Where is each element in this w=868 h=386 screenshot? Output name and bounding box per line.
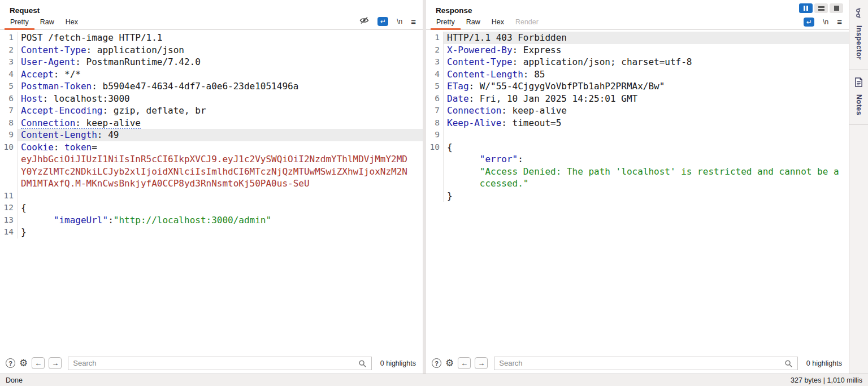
code-line[interactable]: 10{ xyxy=(426,141,849,154)
request-search-input[interactable] xyxy=(68,359,371,367)
rows-layout-icon[interactable] xyxy=(814,3,828,13)
line-content: ccessed." xyxy=(444,177,849,190)
line-content: Postman-Token: b5904e47-4634-4df7-a0e6-2… xyxy=(18,80,423,93)
soft-wrap-icon[interactable]: ↵ xyxy=(377,17,388,26)
code-segment: Accept xyxy=(21,69,54,80)
code-segment: } xyxy=(21,227,27,237)
code-line[interactable]: 5ETag: W/"55-4CjgygVoVbfPTb1ahP2PRMAx/Bw… xyxy=(426,80,849,93)
code-line[interactable]: 2X-Powered-By: Express xyxy=(426,44,849,57)
code-line[interactable]: 8Keep-Alive: timeout=5 xyxy=(426,117,849,129)
sidebar-item-notes[interactable]: Notes xyxy=(849,70,868,125)
line-content: } xyxy=(18,226,423,238)
code-segment: "error" xyxy=(480,154,518,164)
code-line[interactable]: 7Connection: keep-alive xyxy=(426,105,849,117)
sidebar-item-inspector[interactable]: Inspector xyxy=(849,0,868,70)
code-segment: = xyxy=(92,142,97,153)
code-line[interactable]: 13 "imageUrl":"http://localhost:3000/adm… xyxy=(0,214,423,227)
code-line[interactable]: 7Accept-Encoding: gzip, deflate, br xyxy=(0,105,423,117)
code-line[interactable]: 12{ xyxy=(0,202,423,214)
code-line[interactable]: DM1MTAxfQ.M-MKnCwsBnkjyfA0CCP8yd3RnNsmto… xyxy=(0,177,423,190)
code-line[interactable]: 4Accept: */* xyxy=(0,68,423,81)
code-line[interactable]: 9 xyxy=(426,129,849,141)
line-number: 3 xyxy=(426,56,444,68)
gear-icon[interactable]: ⚙ xyxy=(445,358,454,368)
code-segment: : application/json xyxy=(86,45,184,55)
single-layout-icon[interactable] xyxy=(830,3,843,13)
line-content: "imageUrl":"http://localhost:3000/admin" xyxy=(18,214,423,227)
line-number: 10 xyxy=(426,141,444,154)
line-content: Connection: keep-alive xyxy=(444,105,849,117)
menu-icon[interactable]: ≡ xyxy=(411,17,416,27)
code-line[interactable]: 3Content-Type: application/json; charset… xyxy=(426,56,849,68)
code-line[interactable]: "Access Denied: The path 'localhost' is … xyxy=(426,166,849,178)
columns-layout-icon[interactable] xyxy=(799,3,813,13)
code-line[interactable]: 9Content-Length: 49 xyxy=(0,129,423,141)
tab-request-pretty[interactable]: Pretty xyxy=(5,16,34,29)
code-line[interactable]: 4Content-Length: 85 xyxy=(426,68,849,81)
response-search-field xyxy=(494,357,798,370)
sidebar-item-label: Inspector xyxy=(855,25,863,60)
code-line[interactable]: 1POST /fetch-image HTTP/1.1 xyxy=(0,32,423,44)
line-content: Content-Type: application/json; charset=… xyxy=(444,56,849,68)
response-metrics: 327 bytes | 1,010 millis xyxy=(791,376,862,384)
code-segment: Host xyxy=(21,93,43,104)
code-line[interactable]: 8Connection: keep-alive xyxy=(0,117,423,129)
code-line[interactable]: } xyxy=(426,190,849,202)
next-match-button[interactable]: → xyxy=(475,357,488,369)
line-content: Content-Length: 49 xyxy=(18,129,423,141)
response-search-input[interactable] xyxy=(494,359,797,367)
line-number xyxy=(0,153,18,166)
code-line[interactable]: 2Content-Type: application/json xyxy=(0,44,423,57)
code-line[interactable]: eyJhbGciOiJIUzI1NiIsInR5cCI6IkpXVCJ9.eyJ… xyxy=(0,153,423,166)
line-content: Accept: */* xyxy=(18,68,423,81)
code-line[interactable]: 1HTTP/1.1 403 Forbidden xyxy=(426,32,849,44)
line-content: Y0YzZlMTc2NDkiLCJyb2xlIjoidXNlciIsImlhdC… xyxy=(18,166,423,178)
line-number xyxy=(0,177,18,190)
code-segment: "Access Denied: The path 'localhost' is … xyxy=(480,166,839,177)
tab-response-pretty[interactable]: Pretty xyxy=(431,16,461,29)
code-segment: : keep-alive xyxy=(501,105,567,116)
tab-response-render[interactable]: Render xyxy=(510,16,544,29)
previous-match-button[interactable]: ← xyxy=(32,357,45,369)
line-number xyxy=(0,166,18,178)
line-number: 5 xyxy=(0,80,18,93)
code-line[interactable]: 10Cookie: token= xyxy=(0,141,423,154)
code-line[interactable]: ccessed." xyxy=(426,177,849,190)
newline-icon[interactable]: \n xyxy=(397,18,402,25)
code-line[interactable]: 6Host: localhost:3000 xyxy=(0,93,423,105)
code-line[interactable]: 6Date: Fri, 10 Jan 2025 14:25:01 GMT xyxy=(426,93,849,105)
code-line[interactable]: "error": xyxy=(426,153,849,166)
request-code[interactable]: 1POST /fetch-image HTTP/1.12Content-Type… xyxy=(0,30,423,353)
help-icon[interactable]: ? xyxy=(432,358,441,368)
code-line[interactable]: Y0YzZlMTc2NDkiLCJyb2xlIjoidXNlciIsImlhdC… xyxy=(0,166,423,178)
tab-response-raw[interactable]: Raw xyxy=(461,16,486,29)
help-icon[interactable]: ? xyxy=(6,358,15,368)
code-line[interactable]: 5Postman-Token: b5904e47-4634-4df7-a0e6-… xyxy=(0,80,423,93)
tab-request-raw[interactable]: Raw xyxy=(34,16,60,29)
code-line[interactable]: 14} xyxy=(0,226,423,238)
code-segment: : keep-alive xyxy=(75,118,141,129)
hide-matches-icon[interactable] xyxy=(359,16,369,27)
code-segment: } xyxy=(447,190,453,201)
menu-icon[interactable]: ≡ xyxy=(837,17,842,27)
newline-icon[interactable]: \n xyxy=(823,18,828,26)
previous-match-button[interactable]: ← xyxy=(458,357,471,369)
code-line[interactable]: 11 xyxy=(0,190,423,202)
gear-icon[interactable]: ⚙ xyxy=(19,358,28,368)
response-code[interactable]: 1HTTP/1.1 403 Forbidden2X-Powered-By: Ex… xyxy=(426,30,849,353)
status-bar: Done 327 bytes | 1,010 millis xyxy=(0,374,868,386)
code-segment: X-Powered-By xyxy=(447,45,513,55)
line-content xyxy=(18,190,423,202)
code-line[interactable]: 3User-Agent: PostmanRuntime/7.42.0 xyxy=(0,56,423,68)
code-segment: : PostmanRuntime/7.42.0 xyxy=(75,57,201,67)
tab-request-hex[interactable]: Hex xyxy=(60,16,84,29)
line-number: 12 xyxy=(0,202,18,214)
line-number: 9 xyxy=(0,129,18,141)
code-segment xyxy=(21,215,54,225)
request-search-field xyxy=(68,357,372,370)
line-content: "Access Denied: The path 'localhost' is … xyxy=(444,166,849,178)
soft-wrap-icon[interactable]: ↵ xyxy=(804,18,814,27)
request-pane: Request Pretty Raw Hex ↵ \n ≡ 1POST /fet… xyxy=(0,0,423,374)
next-match-button[interactable]: → xyxy=(49,357,62,369)
tab-response-hex[interactable]: Hex xyxy=(486,16,510,29)
